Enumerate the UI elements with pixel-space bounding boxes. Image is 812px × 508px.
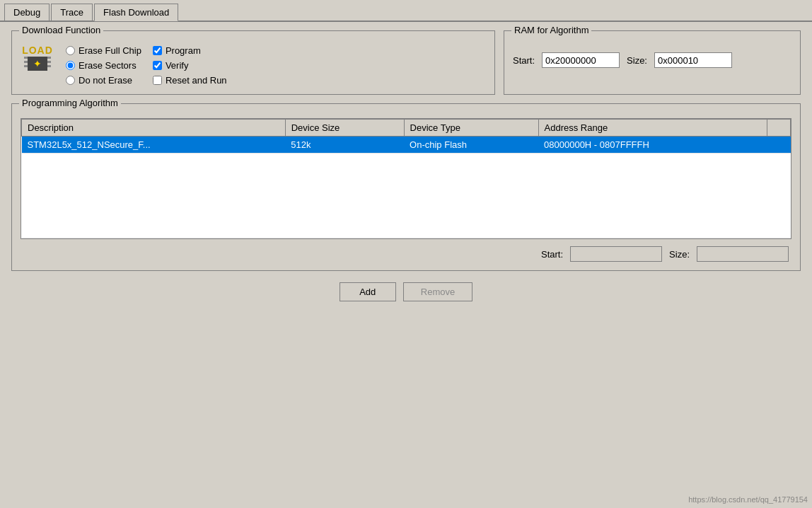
ram-legend: RAM for Algorithm <box>511 25 591 35</box>
top-row: Download Function LOAD ✦ <box>11 30 801 103</box>
ram-inner: Start: Size: <box>513 42 791 68</box>
ram-size-label: Size: <box>627 55 647 66</box>
col-description: Description <box>22 120 286 137</box>
checkbox-verify-input[interactable] <box>153 61 162 70</box>
chip-pins-right <box>47 57 51 71</box>
cell-description: STM32L5x_512_NSecure_F... <box>22 137 286 154</box>
table-row-empty <box>22 154 791 238</box>
download-function-legend: Download Function <box>19 25 103 35</box>
tab-debug[interactable]: Debug <box>4 4 50 21</box>
button-row: Add Remove <box>11 282 801 301</box>
checkbox-program[interactable]: Program <box>153 45 227 56</box>
radio-no-erase-label: Do not Erase <box>79 75 132 86</box>
algo-table-wrapper: Description Device Size Device Type Addr… <box>21 118 791 239</box>
col-device-type: Device Type <box>404 120 538 137</box>
table-row[interactable]: STM32L5x_512_NSecure_F... 512k On-chip F… <box>22 137 791 154</box>
cell-address-range: 08000000H - 0807FFFFH <box>538 137 767 154</box>
radio-erase-sectors[interactable]: Erase Sectors <box>66 60 141 71</box>
radio-erase-sectors-input[interactable] <box>66 61 75 70</box>
chip-body: ✦ <box>28 57 47 71</box>
radio-erase-full[interactable]: Erase Full Chip <box>66 45 141 56</box>
tab-trace[interactable]: Trace <box>51 4 93 21</box>
col-address-range: Address Range <box>538 120 767 137</box>
add-button[interactable]: Add <box>340 282 396 301</box>
pin <box>47 61 51 63</box>
load-icon: LOAD ✦ <box>21 45 54 79</box>
algo-table-body: STM32L5x_512_NSecure_F... 512k On-chip F… <box>22 137 791 238</box>
algo-table-head: Description Device Size Device Type Addr… <box>22 120 791 137</box>
pin <box>47 65 51 67</box>
algo-size-label: Size: <box>669 249 690 260</box>
checkbox-reset-run-label: Reset and Run <box>166 75 227 86</box>
algo-start-label: Start: <box>541 249 563 260</box>
ram-start-label: Start: <box>513 55 535 66</box>
algo-start-input[interactable] <box>570 246 662 262</box>
download-inner: LOAD ✦ <box>21 42 486 86</box>
checkbox-program-label: Program <box>166 45 201 56</box>
checkbox-verify-label: Verify <box>166 60 189 71</box>
chip-star: ✦ <box>33 58 42 69</box>
algo-legend: Programming Algorithm <box>19 98 121 108</box>
checkbox-group: Program Verify Reset and Run <box>153 45 227 86</box>
checkbox-program-input[interactable] <box>153 46 162 55</box>
tab-bar: Debug Trace Flash Download <box>0 0 812 22</box>
tab-flash-download[interactable]: Flash Download <box>94 4 178 21</box>
checkbox-reset-run-input[interactable] <box>153 76 162 85</box>
radio-erase-sectors-label: Erase Sectors <box>79 60 137 71</box>
cell-extra <box>767 137 790 154</box>
algo-size-input[interactable] <box>697 246 789 262</box>
watermark: https://blog.csdn.net/qq_41779154 <box>688 495 808 504</box>
ram-size-input[interactable] <box>654 52 732 68</box>
ram-start-input[interactable] <box>542 52 620 68</box>
pin <box>47 57 51 59</box>
programming-algorithm-box: Programming Algorithm Description Device… <box>11 103 801 271</box>
remove-button[interactable]: Remove <box>403 282 472 301</box>
col-device-size: Device Size <box>285 120 404 137</box>
main-content: Download Function LOAD ✦ <box>0 22 812 508</box>
col-extra <box>767 120 790 137</box>
download-function-box: Download Function LOAD ✦ <box>11 30 495 95</box>
erase-options: Erase Full Chip Erase Sectors Do not Era… <box>66 45 141 86</box>
radio-erase-full-label: Erase Full Chip <box>79 45 141 56</box>
radio-no-erase[interactable]: Do not Erase <box>66 75 141 86</box>
cell-device-type: On-chip Flash <box>404 137 538 154</box>
radio-no-erase-input[interactable] <box>66 76 75 85</box>
radio-erase-full-input[interactable] <box>66 46 75 55</box>
empty-cell <box>22 154 791 238</box>
cell-device-size: 512k <box>285 137 404 154</box>
algo-table: Description Device Size Device Type Addr… <box>21 119 791 238</box>
bottom-controls: Start: Size: <box>21 246 791 262</box>
ram-box: RAM for Algorithm Start: Size: <box>504 30 801 95</box>
checkbox-verify[interactable]: Verify <box>153 60 227 71</box>
checkbox-reset-run[interactable]: Reset and Run <box>153 75 227 86</box>
load-chip: ✦ <box>21 57 54 71</box>
load-text: LOAD <box>21 45 54 55</box>
